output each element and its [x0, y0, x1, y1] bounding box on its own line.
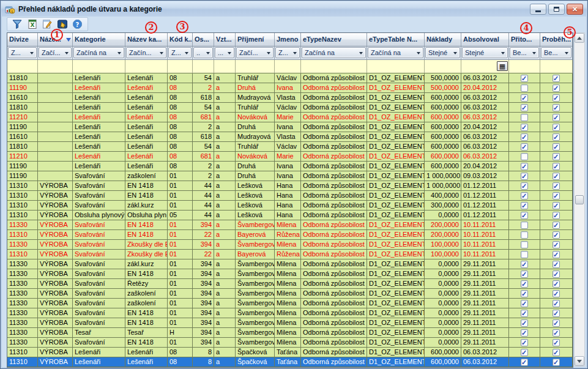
filter-input-14[interactable] — [509, 60, 540, 73]
cell-2[interactable]: VÝROBA — [38, 269, 73, 278]
cell-13[interactable]: 06.03.2012 — [461, 348, 509, 357]
checkbox-checked[interactable] — [521, 75, 528, 82]
cell-12[interactable]: 0,0000 — [425, 338, 461, 347]
cell-2[interactable]: VÝROBA — [38, 279, 73, 288]
cell-10[interactable]: Odborná způsobilost — [301, 220, 367, 229]
cell-14[interactable] — [509, 103, 540, 112]
cell-11[interactable]: D1_OZ_ELEMENT — [367, 240, 425, 249]
vertical-scrollbar[interactable] — [574, 32, 585, 367]
cell-2[interactable]: VÝROBA — [38, 289, 73, 298]
cell-4[interactable]: Řetězy — [125, 279, 168, 288]
cell-8[interactable]: Nováková — [236, 113, 275, 122]
cell-8[interactable]: Švambergov — [236, 279, 275, 288]
checkbox-checked[interactable] — [521, 290, 528, 297]
cell-9[interactable]: Vlasta — [275, 93, 301, 102]
cell-3[interactable]: Lešenáři — [73, 152, 125, 161]
filter-operator-dropdown[interactable]: Začíná na — [368, 47, 423, 58]
checkbox-checked[interactable] — [553, 124, 560, 131]
cell-13[interactable]: 06.03.2012 — [461, 142, 509, 151]
cell-13[interactable]: 01.12.2011 — [461, 191, 509, 200]
cell-2[interactable] — [38, 152, 73, 161]
cell-5[interactable]: 01 — [168, 299, 193, 308]
cell-1[interactable]: 11310 — [7, 230, 38, 239]
checkbox-checked[interactable] — [521, 280, 528, 288]
cell-3[interactable]: Lešenáři — [73, 73, 125, 83]
checkbox-checked[interactable] — [553, 290, 560, 297]
table-row[interactable]: 11330VÝROBASvařováníEN 141801394aŠvamber… — [7, 269, 573, 279]
cell-5[interactable]: 08 — [168, 132, 193, 141]
cell-7[interactable]: a — [214, 289, 236, 298]
cell-1[interactable]: 11190 — [7, 171, 38, 181]
cell-15[interactable] — [540, 357, 573, 367]
cell-4[interactable]: Lešenáři — [125, 142, 168, 151]
cell-15[interactable] — [540, 250, 573, 259]
cell-4[interactable]: Obsluha plyn — [125, 211, 168, 220]
checkbox-checked[interactable] — [553, 329, 560, 337]
cell-6[interactable]: 44 — [193, 191, 214, 200]
cell-14[interactable] — [509, 142, 540, 151]
cell-7[interactable]: a — [214, 299, 236, 308]
checkbox-checked[interactable] — [553, 280, 560, 288]
checkbox-checked[interactable] — [521, 261, 528, 268]
cell-6[interactable]: 394 — [193, 279, 214, 288]
cell-2[interactable]: VÝROBA — [38, 181, 73, 190]
cell-4[interactable]: EN 1418 — [125, 220, 168, 229]
cell-15[interactable] — [540, 259, 573, 269]
cell-3[interactable]: Svařování — [73, 259, 125, 269]
cell-4[interactable]: zaškolení — [125, 289, 168, 298]
cell-3[interactable]: Tesař — [73, 328, 125, 337]
table-row[interactable]: 11610LešenářiLešenáři08618aMudrayováVlas… — [7, 93, 573, 103]
cell-1[interactable]: 11330 — [7, 338, 38, 347]
checkbox-checked[interactable] — [553, 114, 560, 121]
cell-10[interactable]: Odborná způsobilost — [301, 142, 367, 151]
table-row[interactable]: 11330VÝROBASvařováníEN 141801394aŠvamber… — [7, 338, 573, 348]
cell-6[interactable]: 44 — [193, 211, 214, 220]
filter-input-7[interactable] — [214, 60, 236, 73]
cell-14[interactable] — [509, 162, 540, 171]
cell-6[interactable]: 394 — [193, 259, 214, 269]
cell-1[interactable]: 11610 — [7, 93, 38, 102]
cell-12[interactable]: 600,0000 — [425, 103, 461, 112]
cell-10[interactable]: Odborná způsobilost — [301, 279, 367, 288]
cell-7[interactable]: a — [214, 191, 236, 200]
cell-3[interactable]: Svařování — [73, 220, 125, 229]
cell-6[interactable]: 394 — [193, 328, 214, 337]
cell-3[interactable]: Lešenáři — [73, 132, 125, 141]
cell-9[interactable]: Růžena — [275, 250, 301, 259]
cell-8[interactable]: Truhlář — [236, 73, 275, 83]
table-row[interactable]: 11330VÝROBASvařováníEN 141801394aŠvamber… — [7, 220, 573, 230]
cell-1[interactable]: 11330 — [7, 269, 38, 278]
cell-13[interactable]: 06.03.2012 — [461, 132, 509, 141]
checkbox-checked[interactable] — [553, 133, 560, 141]
cell-15[interactable] — [540, 113, 573, 122]
table-row[interactable]: 11190LešenářiLešenáři082aDruháIvanaOdbor… — [7, 162, 573, 171]
cell-8[interactable]: Špačková — [236, 357, 275, 367]
cell-14[interactable] — [509, 338, 540, 347]
cell-3[interactable]: Svařování — [73, 308, 125, 318]
cell-6[interactable]: 618 — [193, 93, 214, 102]
cell-12[interactable]: 1 000,0000 — [425, 171, 461, 181]
cell-12[interactable]: 600,0000 — [425, 142, 461, 151]
filter-operator-dropdown[interactable]: Začín... — [126, 47, 166, 58]
checkbox-checked[interactable] — [553, 84, 560, 92]
column-header-5[interactable]: Kód k... — [168, 33, 193, 47]
table-row[interactable]: 11810LešenářiLešenáři0854aTruhlářVáclavO… — [7, 103, 573, 113]
cell-2[interactable]: VÝROBA — [38, 211, 73, 220]
cell-7[interactable]: a — [214, 181, 236, 190]
cell-14[interactable] — [509, 201, 540, 210]
cell-15[interactable] — [540, 93, 573, 102]
cell-11[interactable]: D1_OZ_ELEMENT — [367, 250, 425, 259]
cell-15[interactable] — [540, 122, 573, 132]
cell-8[interactable]: Švambergov — [236, 318, 275, 327]
checkbox-checked[interactable] — [553, 251, 560, 258]
cell-15[interactable] — [540, 171, 573, 181]
cell-1[interactable]: 11210 — [7, 113, 38, 122]
cell-6[interactable]: 44 — [193, 181, 214, 190]
column-header-9[interactable]: Jmeno — [275, 33, 301, 47]
cell-10[interactable]: Odborná způsobilost — [301, 73, 367, 83]
checkbox-checked[interactable] — [521, 310, 528, 317]
table-row[interactable]: 11210LešenářiLešenáři08681aNovákováMarie… — [7, 113, 573, 122]
checkbox-checked[interactable] — [521, 104, 528, 111]
cell-12[interactable]: 0,0000 — [425, 211, 461, 220]
cell-12[interactable]: 1 000,0000 — [425, 181, 461, 190]
